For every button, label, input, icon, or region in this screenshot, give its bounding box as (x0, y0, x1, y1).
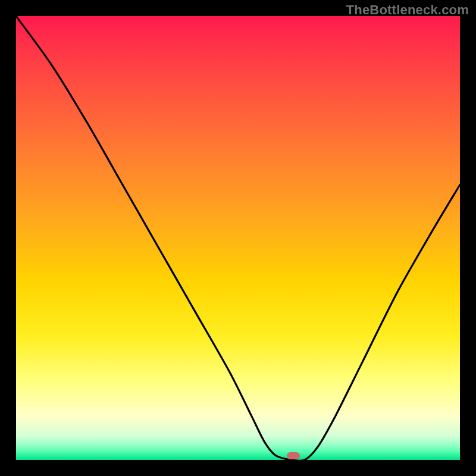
curve-svg (16, 16, 460, 460)
curve-path (16, 16, 460, 460)
plot-area (16, 16, 460, 460)
min-marker (287, 452, 300, 459)
chart-frame: TheBottleneck.com (0, 0, 476, 476)
